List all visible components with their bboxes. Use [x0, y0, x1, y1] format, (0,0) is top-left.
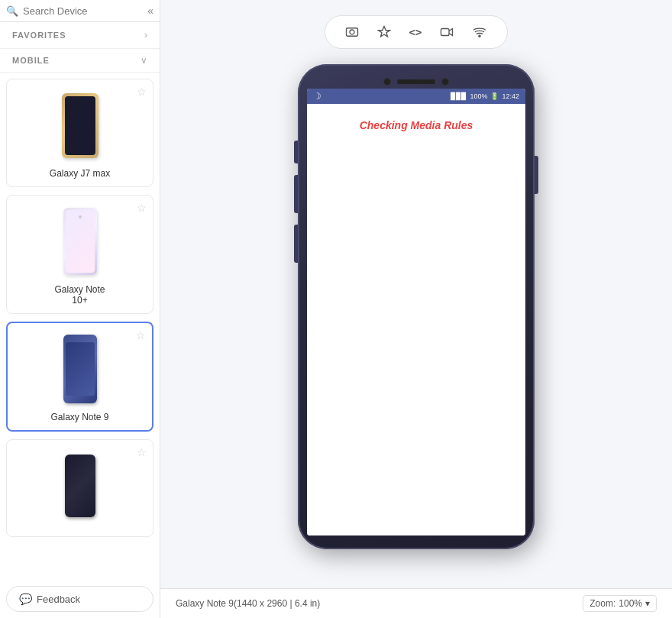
phone-screen[interactable]: ☽ ▉▉▉ 100% 🔋 12:42 Checking Media Rules: [307, 89, 525, 535]
mobile-section-header[interactable]: MOBILE ∨: [0, 49, 160, 73]
screen-content: Checking Media Rules: [307, 104, 525, 535]
speaker-icon: [397, 79, 435, 84]
favorite-star-icon[interactable]: ☆: [137, 446, 147, 458]
mobile-chevron-icon: ∨: [141, 55, 147, 66]
favorite-star-icon[interactable]: ☆: [137, 202, 147, 214]
code-button[interactable]: <>: [402, 21, 430, 43]
search-icon: 🔍: [6, 5, 18, 17]
bottom-status-bar: Galaxy Note 9(1440 x 2960 | 6.4 in) Zoom…: [160, 588, 672, 618]
phone-top-bar: [307, 78, 525, 86]
sidebar: 🔍 « FAVORITES › MOBILE ∨ ☆ Galaxy J7 max…: [0, 0, 160, 618]
favorites-label: FAVORITES: [12, 31, 144, 40]
selected-device-info: Galaxy Note 9(1440 x 2960 | 6.4 in): [176, 598, 320, 609]
device-card-galaxy-note10plus[interactable]: ☆ Galaxy Note10+: [6, 195, 153, 314]
record-button[interactable]: [432, 21, 461, 44]
signal-icon: ▉▉▉: [451, 92, 467, 100]
device-name-j7: Galaxy J7 max: [50, 168, 110, 179]
device-toolbar: <>: [325, 15, 509, 49]
zoom-dropdown-icon: ▾: [645, 598, 650, 609]
feedback-button[interactable]: 💬 Feedback: [6, 586, 153, 612]
device-card-galaxy-j7-max[interactable]: ☆ Galaxy J7 max: [6, 79, 153, 187]
battery-indicator: 100%: [470, 92, 487, 100]
moon-icon: ☽: [313, 91, 321, 102]
device-info-name: Galaxy Note 9: [176, 598, 234, 609]
device-name-note9: Galaxy Note 9: [50, 412, 108, 422]
device-image-note9: [53, 331, 107, 407]
svg-point-3: [479, 35, 480, 37]
favorites-chevron-icon: ›: [144, 30, 147, 40]
bixby-button-icon: [294, 225, 298, 263]
inspect-button[interactable]: [370, 21, 399, 44]
zoom-value: 100%: [619, 598, 642, 609]
favorite-star-icon[interactable]: ☆: [137, 86, 147, 98]
device-image-galaxy-j7: [53, 87, 107, 163]
media-rules-text: Checking Media Rules: [360, 119, 473, 131]
device-list: ☆ Galaxy J7 max ☆ Galaxy Note10+ ☆ Galax…: [0, 73, 160, 580]
battery-icon: 🔋: [490, 92, 499, 100]
clock: 12:42: [502, 92, 519, 100]
device-image-dark: [53, 448, 107, 524]
phone-frame-wrap: ☽ ▉▉▉ 100% 🔋 12:42 Checking Media Rules: [298, 64, 535, 549]
phone-illustration-j7: [62, 93, 99, 158]
search-bar: 🔍 «: [0, 0, 160, 22]
svg-point-1: [350, 30, 354, 34]
front-camera-icon: [383, 78, 391, 86]
power-button-icon: [535, 156, 538, 194]
zoom-label: Zoom:: [590, 598, 615, 609]
phone-illustration-dark: [65, 455, 95, 517]
phone-frame: ☽ ▉▉▉ 100% 🔋 12:42 Checking Media Rules: [298, 64, 535, 549]
collapse-sidebar-button[interactable]: «: [147, 5, 153, 17]
search-input[interactable]: [23, 5, 122, 17]
device-card-galaxy-note9[interactable]: ☆ Galaxy Note 9: [6, 322, 153, 432]
feedback-icon: 💬: [19, 593, 32, 605]
device-screen-size: 6.4 in: [295, 598, 317, 609]
device-image-note10: [53, 203, 107, 280]
device-resolution: 1440 x 2960: [237, 598, 287, 609]
mobile-label: MOBILE: [12, 56, 141, 65]
favorite-star-icon[interactable]: ☆: [136, 329, 146, 341]
volume-up-button-icon: [294, 141, 298, 163]
device-name-note10: Galaxy Note10+: [54, 284, 105, 306]
main-content: <>: [160, 0, 672, 618]
phone-illustration-note9: [63, 335, 97, 403]
feedback-label: Feedback: [37, 594, 80, 605]
status-right: ▉▉▉ 100% 🔋 12:42: [451, 92, 519, 100]
device-card-dark-phone[interactable]: ☆: [6, 439, 153, 537]
favorites-section[interactable]: FAVORITES ›: [0, 22, 160, 49]
volume-down-button-icon: [294, 175, 298, 213]
sensor-icon: [441, 78, 449, 86]
screenshot-button[interactable]: [338, 21, 367, 44]
phone-illustration-note10: [63, 208, 97, 275]
svg-rect-2: [441, 29, 450, 36]
zoom-selector[interactable]: Zoom: 100% ▾: [583, 595, 657, 612]
network-button[interactable]: [464, 21, 495, 44]
status-bar: ☽ ▉▉▉ 100% 🔋 12:42: [307, 89, 525, 104]
